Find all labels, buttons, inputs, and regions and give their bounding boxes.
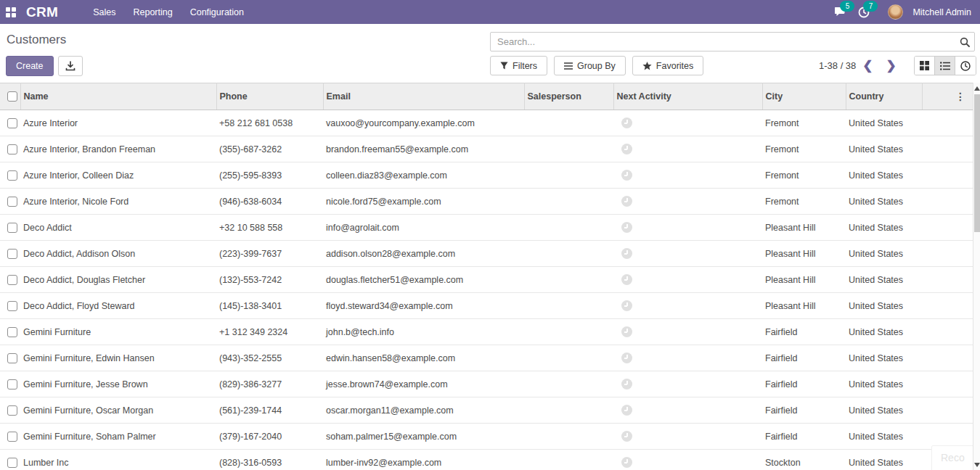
- cell-email[interactable]: addison.olson28@example.com: [323, 241, 524, 267]
- cell-country[interactable]: United States: [846, 319, 922, 345]
- create-button[interactable]: Create: [6, 56, 54, 76]
- row-checkbox[interactable]: [7, 432, 17, 442]
- cell-next-activity[interactable]: [613, 241, 762, 267]
- cell-salesperson[interactable]: [524, 319, 613, 345]
- cell-next-activity[interactable]: [613, 136, 762, 162]
- table-row[interactable]: Gemini Furniture, Oscar Morgan (561)-239…: [0, 397, 973, 424]
- pager-next-button[interactable]: ❯: [880, 56, 903, 75]
- table-row[interactable]: Gemini Furniture, Jesse Brown (829)-386-…: [0, 371, 973, 397]
- cell-city[interactable]: Pleasant Hill: [762, 267, 846, 293]
- cell-next-activity[interactable]: [613, 424, 762, 450]
- cell-email[interactable]: jesse.brown74@example.com: [323, 371, 524, 397]
- cell-city[interactable]: Fremont: [762, 162, 846, 189]
- menu-sales[interactable]: Sales: [84, 0, 124, 24]
- cell-country[interactable]: United States: [846, 450, 922, 470]
- next-activity-clock-icon[interactable]: [621, 196, 632, 207]
- next-activity-clock-icon[interactable]: [621, 379, 632, 389]
- column-header-email[interactable]: Email: [323, 83, 524, 110]
- cell-country[interactable]: United States: [846, 293, 922, 319]
- cell-name[interactable]: Gemini Furniture: [20, 319, 216, 345]
- table-row[interactable]: Azure Interior, Brandon Freeman (355)-68…: [0, 136, 973, 162]
- table-row[interactable]: Deco Addict, Floyd Steward (145)-138-340…: [0, 293, 973, 319]
- cell-next-activity[interactable]: [613, 162, 762, 189]
- menu-configuration[interactable]: Configuration: [181, 0, 253, 24]
- cell-city[interactable]: Fairfield: [762, 371, 846, 397]
- cell-email[interactable]: douglas.fletcher51@example.com: [323, 267, 524, 293]
- cell-email[interactable]: vauxoo@yourcompany.example.com: [323, 110, 524, 136]
- cell-city[interactable]: Fremont: [762, 136, 846, 162]
- cell-name[interactable]: Deco Addict, Douglas Fletcher: [20, 267, 216, 293]
- cell-city[interactable]: Pleasant Hill: [762, 241, 846, 267]
- cell-name[interactable]: Azure Interior: [20, 110, 216, 136]
- next-activity-clock-icon[interactable]: [621, 457, 632, 468]
- table-row[interactable]: Gemini Furniture, Soham Palmer (379)-167…: [0, 424, 973, 450]
- cell-country[interactable]: United States: [846, 397, 922, 424]
- row-checkbox[interactable]: [7, 379, 17, 389]
- search-input[interactable]: [491, 36, 955, 47]
- cell-name[interactable]: Deco Addict, Addison Olson: [20, 241, 216, 267]
- cell-phone[interactable]: (828)-316-0593: [216, 450, 323, 470]
- cell-phone[interactable]: +1 312 349 2324: [216, 319, 323, 345]
- row-checkbox[interactable]: [7, 275, 17, 285]
- row-checkbox[interactable]: [7, 458, 17, 468]
- cell-salesperson[interactable]: [524, 397, 613, 424]
- table-row[interactable]: Deco Addict, Addison Olson (223)-399-763…: [0, 241, 973, 267]
- list-view-button[interactable]: [935, 57, 955, 75]
- cell-next-activity[interactable]: [613, 450, 762, 470]
- filters-button[interactable]: Filters: [490, 56, 547, 75]
- cell-city[interactable]: Fremont: [762, 189, 846, 215]
- next-activity-clock-icon[interactable]: [621, 118, 632, 128]
- cell-salesperson[interactable]: [524, 345, 613, 371]
- cell-phone[interactable]: (379)-167-2040: [216, 424, 323, 450]
- table-row[interactable]: Azure Interior, Nicole Ford (946)-638-60…: [0, 189, 973, 215]
- scroll-up-arrow-icon[interactable]: [974, 86, 980, 91]
- next-activity-clock-icon[interactable]: [621, 405, 632, 416]
- next-activity-clock-icon[interactable]: [621, 144, 632, 154]
- cell-city[interactable]: Fairfield: [762, 319, 846, 345]
- cell-email[interactable]: edwin.hansen58@example.com: [323, 345, 524, 371]
- cell-email[interactable]: floyd.steward34@example.com: [323, 293, 524, 319]
- next-activity-clock-icon[interactable]: [621, 431, 632, 442]
- cell-salesperson[interactable]: [524, 424, 613, 450]
- cell-next-activity[interactable]: [613, 293, 762, 319]
- cell-name[interactable]: Gemini Furniture, Oscar Morgan: [20, 397, 216, 424]
- cell-salesperson[interactable]: [524, 371, 613, 397]
- activity-view-button[interactable]: [955, 57, 976, 75]
- cell-next-activity[interactable]: [613, 267, 762, 293]
- table-row[interactable]: Azure Interior, Colleen Diaz (255)-595-8…: [0, 162, 973, 189]
- column-header-next-activity[interactable]: Next Activity: [613, 83, 762, 110]
- cell-name[interactable]: Gemini Furniture, Soham Palmer: [20, 424, 216, 450]
- cell-country[interactable]: United States: [846, 267, 922, 293]
- cell-country[interactable]: United States: [846, 162, 922, 189]
- cell-next-activity[interactable]: [613, 397, 762, 424]
- cell-name[interactable]: Azure Interior, Colleen Diaz: [20, 162, 216, 189]
- cell-city[interactable]: Fairfield: [762, 345, 846, 371]
- cell-salesperson[interactable]: [524, 241, 613, 267]
- favorites-button[interactable]: Favorites: [632, 56, 703, 75]
- cell-city[interactable]: Pleasant Hill: [762, 215, 846, 241]
- row-checkbox[interactable]: [7, 353, 17, 363]
- cell-name[interactable]: Gemini Furniture, Edwin Hansen: [20, 345, 216, 371]
- cell-country[interactable]: United States: [846, 110, 922, 136]
- row-checkbox[interactable]: [7, 118, 17, 128]
- cell-salesperson[interactable]: [524, 162, 613, 189]
- cell-name[interactable]: Azure Interior, Nicole Ford: [20, 189, 216, 215]
- menu-reporting[interactable]: Reporting: [124, 0, 181, 24]
- cell-phone[interactable]: (132)-553-7242: [216, 267, 323, 293]
- row-checkbox[interactable]: [7, 197, 17, 207]
- next-activity-clock-icon[interactable]: [621, 300, 632, 311]
- cell-country[interactable]: United States: [846, 215, 922, 241]
- cell-email[interactable]: soham.palmer15@example.com: [323, 424, 524, 450]
- apps-menu-button[interactable]: [0, 0, 22, 24]
- cell-next-activity[interactable]: [613, 189, 762, 215]
- cell-phone[interactable]: +32 10 588 558: [216, 215, 323, 241]
- export-button[interactable]: [58, 56, 83, 76]
- user-name[interactable]: Mitchell Admin: [912, 7, 971, 17]
- cell-salesperson[interactable]: [524, 450, 613, 470]
- cell-salesperson[interactable]: [524, 293, 613, 319]
- cell-email[interactable]: info@agrolait.com: [323, 215, 524, 241]
- cell-phone[interactable]: (829)-386-3277: [216, 371, 323, 397]
- cell-city[interactable]: Fairfield: [762, 424, 846, 450]
- select-all-checkbox[interactable]: [7, 91, 17, 102]
- messages-button[interactable]: 5: [831, 3, 850, 22]
